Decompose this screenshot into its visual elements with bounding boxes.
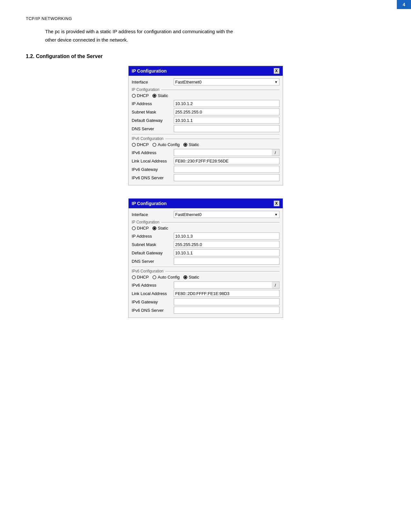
dialog1-dns-input[interactable] [174, 125, 279, 132]
dialog1-title: IP Configuration [132, 68, 167, 74]
dialog2-subnet-row: Subnet Mask [132, 241, 279, 248]
dialog2-dns-input[interactable] [174, 258, 279, 265]
dialog2-close-button[interactable]: X [274, 201, 279, 206]
dialog2-auto-label: Auto Config [158, 275, 180, 280]
dialog1-ip-config-label: IP Configuration [132, 87, 279, 92]
dialog1-ipv6-gateway-input[interactable] [174, 166, 279, 173]
dialog2-static-label: Static [158, 226, 168, 231]
dialog1-subnet-input[interactable] [174, 108, 279, 115]
dialog1-static-radio[interactable]: Static [152, 93, 168, 98]
dialog1-ipv6-gateway-label: IPv6 Gateway [132, 167, 174, 172]
dialog1-ipv6-config-label: IPv6 Configuration [132, 136, 279, 141]
dialog2-ipv6-gateway-input[interactable] [174, 298, 279, 305]
dialog1-dhcp6-radio-circle[interactable] [132, 143, 136, 147]
section-heading: 1.2. Configuration of the Server [26, 54, 385, 59]
dialog2-subnet-input[interactable] [174, 241, 279, 248]
dialog1-ipv6-input-wrap: / [174, 149, 279, 156]
dialog1-interface-label: Interface [132, 80, 174, 84]
dialog2-interface-arrow: ▼ [275, 213, 278, 216]
dialog1-ip-address-input[interactable] [174, 100, 279, 107]
dialog1-static-radio-circle[interactable] [152, 94, 156, 98]
dialog1-dhcp6-radio[interactable]: DHCP [132, 142, 149, 147]
dialog2-dhcp-label: DHCP [137, 226, 149, 231]
dialog2-ipv6-address-input[interactable] [174, 281, 272, 289]
dialog1-static6-label: Static [189, 142, 199, 147]
page-container: 4 TCP/IP NETWORKING The pc is provided w… [0, 0, 411, 532]
dialog1-close-button[interactable]: X [274, 68, 279, 74]
dialog2-ip-radio-row: DHCP Static [132, 226, 279, 231]
dialog1-ip-address-label: IP Address [132, 101, 174, 106]
dialog1-dhcp-radio-circle[interactable] [132, 94, 136, 98]
dialog1-interface-value: FastEthernet0 [175, 80, 202, 84]
dialog2-static6-label: Static [189, 275, 199, 280]
dialog2-static-radio-circle[interactable] [152, 226, 156, 230]
dialog2-ip-address-row: IP Address [132, 232, 279, 240]
dialog2-dns-row: DNS Server [132, 258, 279, 265]
dialog1-gateway-row: Default Gateway [132, 117, 279, 124]
dialog2-title: IP Configuration [132, 201, 167, 206]
dialog2-dns-label: DNS Server [132, 259, 174, 264]
dialog2-auto-radio-circle[interactable] [152, 275, 156, 279]
dialog2-static6-radio-circle[interactable] [183, 275, 187, 279]
dialog1-link-local-input[interactable] [174, 157, 279, 164]
dialog2-gateway-row: Default Gateway [132, 249, 279, 256]
dialog1-link-local-row: Link Local Address [132, 157, 279, 164]
dialog2-ip-address-label: IP Address [132, 234, 174, 239]
dialog1-titlebar: IP Configuration X [129, 66, 283, 76]
dialog2-dhcp6-label: DHCP [137, 275, 149, 280]
dialog1-dhcp-label: DHCP [137, 93, 149, 98]
dialog2-ipv6-dns-label: IPv6 DNS Server [132, 308, 174, 313]
dialog2-ipv6-gateway-row: IPv6 Gateway [132, 298, 279, 305]
section-label: TCP/IP NETWORKING [26, 16, 385, 21]
page-number: 4 [397, 0, 411, 9]
dialog1-ipv6-slash: / [272, 149, 279, 156]
dialog1-ipv6-address-input[interactable] [174, 149, 272, 156]
dialog2-ip-address-input[interactable] [174, 232, 279, 240]
dialog2-auto-radio[interactable]: Auto Config [152, 275, 180, 280]
dialog1-static-label: Static [158, 93, 168, 98]
dialog1-ipv6-dns-label: IPv6 DNS Server [132, 175, 174, 180]
dialog2-ipv6-dns-input[interactable] [174, 307, 279, 314]
dialog2-dhcp-radio[interactable]: DHCP [132, 226, 149, 231]
dialog1-ip-radio-row: DHCP Static [132, 93, 279, 98]
dialog2-dhcp6-radio[interactable]: DHCP [132, 275, 149, 280]
dialog2-link-local-input[interactable] [174, 290, 279, 297]
dialog2-dhcp-radio-circle[interactable] [132, 226, 136, 230]
dialog1-ipv6-address-label: IPv6 Address [132, 150, 174, 155]
intro-line2: other device connected in the network. [45, 37, 128, 43]
dialog2-static-radio[interactable]: Static [152, 226, 168, 231]
dialog2-subnet-label: Subnet Mask [132, 242, 174, 247]
dialog2-static6-radio[interactable]: Static [183, 275, 199, 280]
dialog1-ipv6-gateway-row: IPv6 Gateway [132, 166, 279, 173]
dialog2-interface-select[interactable]: FastEthernet0 ▼ [174, 211, 279, 218]
dialog1-interface-select[interactable]: FastEthernet0 ▼ [174, 78, 279, 85]
dialog2-interface-value: FastEthernet0 [175, 212, 202, 217]
dialog1-link-local-label: Link Local Address [132, 159, 174, 163]
dialog1-ipv6-dns-input[interactable] [174, 174, 279, 181]
dialog1-ip-address-row: IP Address [132, 100, 279, 107]
dialog1-static6-radio-circle[interactable] [183, 143, 187, 147]
dialog1-auto-radio[interactable]: Auto Config [152, 142, 180, 147]
ip-config-dialog-1: IP Configuration X Interface FastEtherne… [128, 66, 283, 185]
intro-line1: The pc is provided with a static IP addr… [45, 29, 233, 34]
dialog2-ipv6-dns-row: IPv6 DNS Server [132, 307, 279, 314]
dialog2-interface-row: Interface FastEthernet0 ▼ [132, 211, 279, 218]
dialog1-auto-label: Auto Config [158, 142, 180, 147]
dialog1-body: Interface FastEthernet0 ▼ IP Configurati… [129, 76, 283, 185]
dialog1-static6-radio[interactable]: Static [183, 142, 199, 147]
dialog1-interface-arrow: ▼ [275, 80, 278, 84]
dialog1-auto-radio-circle[interactable] [152, 143, 156, 147]
intro-text: The pc is provided with a static IP addr… [45, 27, 385, 44]
dialog1-gateway-label: Default Gateway [132, 118, 174, 123]
dialog1-ipv6-radio-row: DHCP Auto Config Static [132, 142, 279, 147]
dialog2-gateway-input[interactable] [174, 249, 279, 256]
dialog1-interface-row: Interface FastEthernet0 ▼ [132, 78, 279, 85]
dialog2-titlebar: IP Configuration X [129, 199, 283, 208]
dialog1-subnet-label: Subnet Mask [132, 110, 174, 114]
dialog1-gateway-input[interactable] [174, 117, 279, 124]
dialog2-interface-label: Interface [132, 212, 174, 217]
dialog1-dhcp-radio[interactable]: DHCP [132, 93, 149, 98]
dialog1-dns-row: DNS Server [132, 125, 279, 132]
dialog1-dhcp6-label: DHCP [137, 142, 149, 147]
dialog2-dhcp6-radio-circle[interactable] [132, 275, 136, 279]
